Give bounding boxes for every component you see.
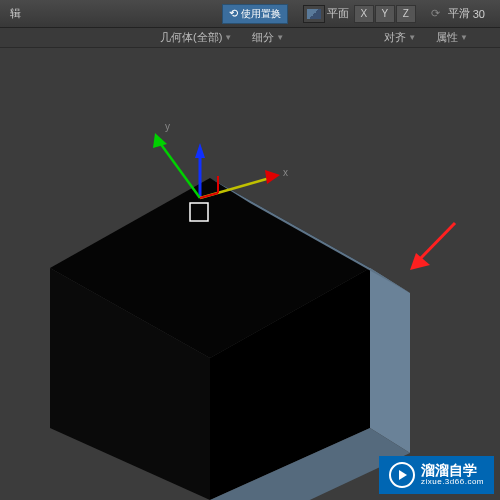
axis-y-button[interactable]: Y (375, 5, 395, 23)
geometry-dropdown[interactable]: 几何体(全部) ▼ (150, 28, 242, 47)
gizmo-x-label: x (283, 167, 288, 178)
plane-label: 平面 (327, 6, 349, 21)
subdivision-dropdown[interactable]: 细分 ▼ (242, 28, 294, 47)
gizmo-y-label: y (165, 121, 170, 132)
viewport[interactable]: y x 溜溜自学 zixue.3d66.com (0, 48, 500, 500)
edit-menu[interactable]: 辑 (2, 2, 29, 25)
properties-label: 属性 (436, 30, 458, 45)
plane-icon[interactable] (303, 5, 325, 23)
toolbar-left: 辑 (0, 2, 29, 25)
use-displacement-label: 使用置换 (241, 7, 281, 21)
play-icon (389, 462, 415, 488)
secondary-toolbar: 几何体(全部) ▼ 细分 ▼ 对齐 ▼ 属性 ▼ (0, 28, 500, 48)
svg-marker-1 (410, 253, 430, 270)
box-outer-right-face (370, 268, 410, 453)
smooth-section: ⟳ 平滑 30 (431, 6, 485, 21)
align-dropdown[interactable]: 对齐 ▼ (374, 28, 426, 47)
chevron-down-icon: ▼ (408, 33, 416, 42)
subdivision-label: 细分 (252, 30, 274, 45)
main-toolbar: 辑 使用置换 平面 X Y Z ⟳ 平滑 30 (0, 0, 500, 28)
smooth-label: 平滑 (443, 6, 470, 21)
gizmo-y-axis (160, 143, 200, 198)
gizmo-x-arrow (265, 170, 280, 184)
axis-lock-group: X Y Z (354, 5, 416, 23)
align-label: 对齐 (384, 30, 406, 45)
watermark-site-url: zixue.3d66.com (421, 478, 484, 487)
gizmo-y-arrow (153, 133, 167, 148)
geometry-label: 几何体(全部) (160, 30, 222, 45)
plane-section: 平面 X Y Z (303, 5, 416, 23)
watermark-text: 溜溜自学 zixue.3d66.com (421, 463, 484, 487)
properties-dropdown[interactable]: 属性 ▼ (426, 28, 478, 47)
use-displacement-button[interactable]: 使用置换 (222, 4, 288, 24)
watermark-badge: 溜溜自学 zixue.3d66.com (379, 456, 494, 494)
annotation-arrow (410, 223, 455, 270)
axis-x-button[interactable]: X (354, 5, 374, 23)
viewport-scene: y x (0, 48, 500, 500)
chevron-down-icon: ▼ (276, 33, 284, 42)
chevron-down-icon: ▼ (460, 33, 468, 42)
watermark-site-name: 溜溜自学 (421, 463, 484, 478)
svg-line-0 (418, 223, 455, 261)
chevron-down-icon: ▼ (224, 33, 232, 42)
gizmo-z-arrow (195, 143, 205, 158)
smooth-value: 30 (473, 8, 485, 20)
axis-z-button[interactable]: Z (396, 5, 416, 23)
placeholder-section: 使用置换 (222, 4, 288, 24)
